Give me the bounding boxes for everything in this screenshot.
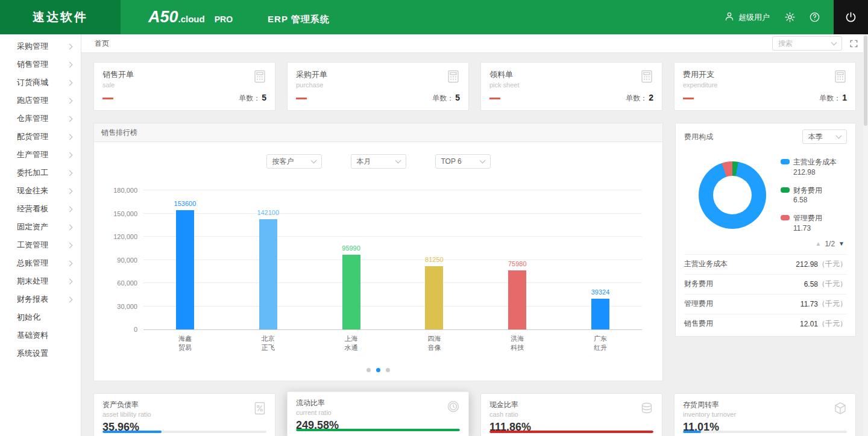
- bar-value-label: 153600: [174, 200, 197, 207]
- bar-0[interactable]: [176, 210, 194, 329]
- sidebar-item-15[interactable]: 初始化: [0, 308, 81, 326]
- kpi-title: 流动比率: [296, 398, 460, 408]
- kpi-subtitle: asset libility ratio: [102, 411, 266, 418]
- bar-2[interactable]: [342, 255, 360, 329]
- legend-value: 6.58: [793, 195, 822, 205]
- sidebar-item-0[interactable]: 采购管理: [0, 37, 81, 55]
- chevron-right-icon: [67, 296, 73, 302]
- sidebar-item-16[interactable]: 基础资料: [0, 326, 81, 344]
- carousel-dot-1[interactable]: [376, 368, 380, 372]
- sidebar-item-4[interactable]: 仓库管理: [0, 110, 81, 128]
- bar-value-label: 142100: [257, 209, 279, 216]
- expense-period-select[interactable]: 本季: [802, 129, 847, 144]
- kpi-subtitle: cash ratio: [489, 411, 653, 418]
- chevron-right-icon: [67, 134, 73, 140]
- carousel-dot-2[interactable]: [386, 368, 390, 372]
- sidebar-item-13[interactable]: 期末处理: [0, 272, 81, 290]
- stat-card-title: 费用开支: [683, 69, 847, 80]
- sidebar-item-label: 委托加工: [17, 167, 48, 178]
- sales-filters: 按客户本月TOP 6: [94, 154, 662, 169]
- kpi-card-2[interactable]: 现金比率cash ratio111.86%: [480, 393, 662, 436]
- stat-card-2[interactable]: 领料单pick sheet单数：2: [480, 62, 662, 111]
- pager-page-indicator: 1/2: [825, 240, 835, 248]
- sidebar-item-17[interactable]: 系统设置: [0, 344, 81, 363]
- expense-row-value: 6.58: [804, 280, 818, 288]
- kpi-subtitle: inventory turnover: [683, 411, 847, 418]
- sidebar-item-14[interactable]: 财务报表: [0, 290, 81, 308]
- content-area: 首页 搜索 销售开单sale单数：5采购开单purchase单数：5领料单pic…: [81, 34, 868, 436]
- y-axis-label: 0: [134, 326, 137, 333]
- sidebar-item-6[interactable]: 生产管理: [0, 146, 81, 164]
- x-axis-label: 海鑫 贸易: [143, 334, 227, 352]
- sidebar-item-2[interactable]: 订货商城: [0, 73, 81, 92]
- doc-icon: [253, 401, 267, 417]
- brand-logo[interactable]: 速达软件: [0, 0, 121, 34]
- help-icon[interactable]: [809, 11, 820, 23]
- kpi-card-1[interactable]: 流动比率current ratio249.58%: [287, 391, 469, 436]
- bar-value-label: 39324: [591, 288, 610, 296]
- breadcrumb-bar: 首页 搜索: [81, 34, 868, 53]
- logout-power-button[interactable]: [834, 0, 868, 34]
- sidebar-item-7[interactable]: 委托加工: [0, 164, 81, 182]
- kpi-progress-fill: [102, 431, 162, 433]
- sales-filter-select-0[interactable]: 按客户: [266, 154, 322, 169]
- expense-donut-chart: [699, 161, 766, 229]
- stat-card-count: 单数：5: [239, 93, 266, 104]
- chevron-down-icon: [836, 132, 842, 139]
- settings-gear-icon[interactable]: [784, 11, 796, 23]
- sidebar-item-1[interactable]: 销售管理: [0, 55, 81, 73]
- chevron-right-icon: [67, 79, 73, 86]
- bar-5[interactable]: [591, 299, 609, 329]
- sidebar-item-9[interactable]: 经营看板: [0, 200, 81, 218]
- sidebar-item-label: 仓库管理: [17, 113, 48, 124]
- carousel-dot-0[interactable]: [366, 368, 371, 372]
- sidebar-item-label: 订货商城: [17, 77, 48, 88]
- chevron-right-icon: [67, 170, 73, 176]
- expense-row-2: 管理费用11.73（千元）: [684, 294, 847, 314]
- product-logo: A50.cloud PRO ERP 管理系统: [148, 8, 330, 26]
- sales-filter-select-2[interactable]: TOP 6: [435, 154, 491, 169]
- kpi-card-3[interactable]: 存货周转率inventory turnover11.01%: [674, 393, 856, 436]
- kpi-title: 存货周转率: [683, 400, 847, 410]
- pager-up-icon[interactable]: ▲: [816, 240, 822, 247]
- pager-down-icon[interactable]: ▼: [838, 240, 844, 247]
- bar-4[interactable]: [508, 270, 526, 329]
- sidebar-item-12[interactable]: 总账管理: [0, 254, 81, 272]
- bar-3[interactable]: [425, 266, 443, 329]
- chevron-right-icon: [67, 116, 73, 122]
- sidebar-item-5[interactable]: 配货管理: [0, 128, 81, 146]
- sidebar-item-3[interactable]: 跑店管理: [0, 92, 81, 110]
- chevron-right-icon: [67, 260, 73, 266]
- user-menu[interactable]: 超级用户: [724, 11, 770, 23]
- stat-card-0[interactable]: 销售开单sale单数：5: [93, 62, 275, 111]
- x-axis-label: 洪海 科技: [476, 334, 559, 352]
- sales-filter-select-1[interactable]: 本月: [351, 154, 406, 169]
- search-select[interactable]: 搜索: [772, 36, 842, 51]
- legend-label: 管理费用: [793, 213, 822, 223]
- sidebar-item-10[interactable]: 固定资产: [0, 218, 81, 236]
- stat-card-footer: 单数：1: [683, 93, 847, 104]
- sidebar-item-label: 生产管理: [17, 149, 48, 160]
- sidebar-item-label: 初始化: [17, 312, 40, 323]
- accent-dash: [489, 98, 500, 99]
- user-icon: [724, 11, 735, 23]
- stat-card-1[interactable]: 采购开单purchase单数：5: [287, 62, 469, 111]
- kpi-card-0[interactable]: 资产负债率asset libility ratio35.96%: [93, 393, 275, 436]
- stat-card-3[interactable]: 费用开支expenditure单数：1: [674, 62, 856, 111]
- breadcrumb-home[interactable]: 首页: [95, 39, 109, 49]
- kpi-progress-track: [489, 431, 653, 433]
- expense-row-unit: （千元）: [818, 279, 847, 289]
- sidebar-item-11[interactable]: 工资管理: [0, 236, 81, 254]
- legend-swatch: [781, 159, 790, 164]
- expense-row-value: 12.01: [800, 320, 818, 328]
- sidebar-item-8[interactable]: 现金往来: [0, 182, 81, 200]
- chevron-down-icon: [310, 157, 316, 163]
- expense-row-label: 销售费用: [684, 319, 713, 329]
- bar-1[interactable]: [259, 219, 277, 329]
- sidebar-item-label: 工资管理: [17, 240, 48, 251]
- fullscreen-icon[interactable]: [849, 39, 858, 48]
- y-axis-label: 60,000: [117, 279, 137, 287]
- expense-row-label: 管理费用: [684, 299, 713, 309]
- scrollbar-thumb[interactable]: [864, 36, 867, 126]
- page-scrollbar[interactable]: [863, 34, 868, 436]
